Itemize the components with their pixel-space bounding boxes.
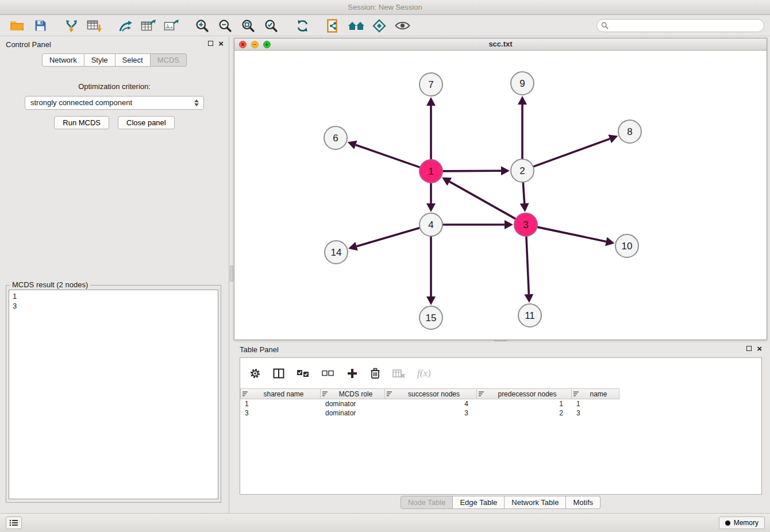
memory-status-icon [725, 521, 730, 526]
table-settings-button[interactable] [249, 368, 261, 379]
save-session-button[interactable] [29, 17, 52, 34]
delete-table-button[interactable] [392, 369, 405, 378]
import-network-button[interactable] [60, 17, 83, 34]
search-icon [601, 22, 609, 29]
delete-table-icon [392, 369, 405, 378]
network-document-button[interactable] [322, 17, 345, 34]
new-network-button[interactable] [114, 17, 137, 34]
zoom-window-button[interactable]: + [263, 41, 271, 48]
network-canvas[interactable]: 7968124314101511 [234, 51, 767, 340]
open-session-button[interactable] [6, 17, 29, 34]
network-graph: 7968124314101511 [234, 51, 767, 341]
delete-column-button[interactable] [370, 368, 380, 379]
double-home-icon [348, 20, 365, 32]
sort-icon [242, 391, 248, 397]
zoom-out-button[interactable] [214, 17, 237, 34]
table-tab-node-table[interactable]: Node Table [401, 496, 453, 509]
graph-node-label-7: 7 [428, 79, 433, 90]
folder-open-icon [10, 20, 25, 32]
panel-list-icon [9, 519, 18, 526]
run-mcds-button[interactable]: Run MCDS [54, 116, 109, 129]
memory-button[interactable]: Memory [719, 516, 765, 529]
close-window-button[interactable]: × [239, 41, 247, 48]
tab-select[interactable]: Select [116, 53, 151, 67]
import-table-button[interactable] [83, 17, 106, 34]
sort-icon [573, 391, 579, 397]
graph-node-label-8: 8 [627, 126, 632, 137]
close-panel-icon[interactable]: × [218, 40, 224, 47]
zoom-fit-button[interactable] [237, 17, 260, 34]
show-hide-button[interactable] [391, 17, 414, 34]
graph-edge-arrowhead [520, 203, 529, 212]
mcds-result-item[interactable]: 1 [13, 291, 214, 301]
graph-edge-2-8[interactable] [533, 139, 610, 167]
float-table-panel-icon[interactable] [746, 346, 752, 351]
show-columns-button[interactable] [273, 368, 284, 379]
show-panels-button[interactable] [6, 516, 22, 529]
search-box [596, 19, 764, 32]
export-image-button[interactable] [160, 17, 183, 34]
zoom-fit-icon [241, 19, 255, 33]
first-neighbors-button[interactable] [345, 17, 368, 34]
refresh-network-button[interactable] [291, 17, 314, 34]
zoom-in-button[interactable] [191, 17, 214, 34]
search-input[interactable] [596, 19, 764, 32]
table-row[interactable]: 1dominator411 [240, 399, 761, 408]
sort-icon [322, 391, 328, 397]
close-panel-button[interactable]: Close panel [118, 116, 175, 129]
mcds-result-item[interactable]: 3 [13, 301, 214, 311]
graph-edge-arrowhead [426, 203, 436, 212]
table-cell: 3 [572, 408, 619, 418]
graph-edge-arrowhead [426, 296, 436, 305]
float-panel-icon[interactable] [208, 41, 213, 46]
select-all-columns-button[interactable] [297, 369, 310, 377]
zoom-selected-button[interactable] [260, 17, 283, 34]
table-cell: 1 [477, 399, 572, 408]
column-header-name[interactable]: name [572, 388, 619, 399]
export-image-icon [164, 19, 179, 33]
graph-edge-1-6[interactable] [356, 145, 420, 167]
tab-style[interactable]: Style [84, 53, 116, 67]
graph-edge-4-14[interactable] [357, 228, 420, 246]
style-button[interactable] [368, 17, 391, 34]
import-network-icon [64, 19, 79, 33]
diamond-style-icon [372, 19, 386, 33]
table-row[interactable]: 3dominator323 [240, 408, 761, 418]
memory-label: Memory [734, 519, 759, 527]
graph-edge-2-3[interactable] [523, 182, 524, 203]
window-title: Session: New Session [348, 3, 422, 11]
gear-icon [249, 368, 261, 379]
table-panel-content: f(x) shared nameMCDS rolesuccessor nodes… [240, 357, 762, 495]
control-panel: Control Panel × NetworkStyleSelectMCDS O… [0, 37, 229, 513]
tab-mcds[interactable]: MCDS [151, 53, 187, 67]
network-window-title: scc.txt [488, 40, 512, 48]
tab-network[interactable]: Network [42, 53, 84, 67]
dropdown-stepper-icon [194, 99, 199, 106]
table-panel-title: Table Panel [240, 345, 279, 354]
table-header-row: shared nameMCDS rolesuccessor nodesprede… [240, 388, 761, 399]
table-tab-motifs[interactable]: Motifs [566, 496, 600, 509]
column-header-successor-nodes[interactable]: successor nodes [385, 388, 477, 399]
function-builder-button[interactable]: f(x) [417, 368, 431, 379]
criterion-dropdown[interactable]: strongly connected component [25, 96, 204, 110]
graph-edge-3-11[interactable] [526, 236, 529, 294]
minimize-window-button[interactable]: − [251, 41, 259, 48]
mcds-result-list[interactable]: 13 [9, 290, 218, 499]
graph-edge-3-10[interactable] [537, 227, 606, 241]
table-tab-edge-table[interactable]: Edge Table [453, 496, 505, 509]
unselect-all-columns-button[interactable] [322, 369, 334, 377]
graph-edge-1-2[interactable] [442, 171, 501, 171]
add-column-button[interactable] [346, 368, 358, 379]
trash-icon [370, 368, 380, 379]
export-table-button[interactable] [137, 17, 160, 34]
mcds-result-title: MCDS result (2 nodes) [10, 280, 90, 289]
column-header-predecessor-nodes[interactable]: predecessor nodes [477, 388, 572, 399]
close-table-panel-icon[interactable]: × [757, 345, 762, 352]
import-table-icon [87, 19, 102, 33]
vertical-splitter-handle[interactable] [230, 265, 233, 282]
table-tab-network-table[interactable]: Network Table [505, 496, 566, 509]
table-cell: 4 [385, 399, 477, 408]
graph-edge-3-1[interactable] [449, 182, 515, 219]
column-header-shared-name[interactable]: shared name [240, 388, 321, 399]
column-header-mcds-role[interactable]: MCDS role [321, 388, 385, 399]
